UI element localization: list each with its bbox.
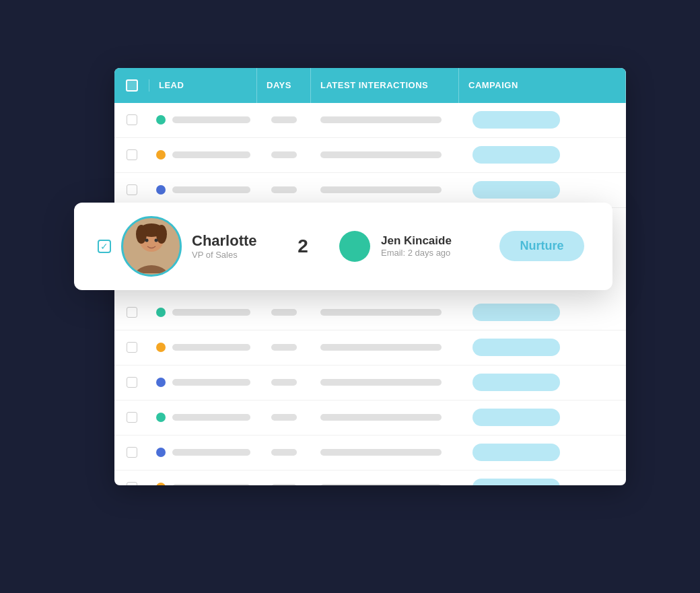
featured-interactions: Jen Kincaide Email: 2 days ago xyxy=(330,231,485,262)
interactions-bar xyxy=(320,449,442,456)
avatar xyxy=(121,216,182,277)
status-dot xyxy=(156,185,166,195)
days-bar xyxy=(271,379,297,386)
status-dot xyxy=(156,483,166,485)
lead-bar xyxy=(172,484,250,485)
lead-bar xyxy=(172,186,250,193)
campaign-pill xyxy=(473,111,560,129)
table-row[interactable] xyxy=(114,365,626,400)
table-row[interactable] xyxy=(114,103,626,138)
status-dot xyxy=(156,343,166,352)
svg-point-4 xyxy=(136,225,147,244)
row-checkbox[interactable] xyxy=(127,307,137,318)
table-row[interactable] xyxy=(114,330,626,365)
featured-campaign: Nurture xyxy=(485,231,599,261)
status-dot xyxy=(156,448,166,457)
row-checkbox[interactable] xyxy=(127,149,137,160)
days-bar xyxy=(271,449,297,456)
table-row[interactable] xyxy=(114,295,626,330)
interactions-bar xyxy=(320,484,442,485)
col-header-campaign: CAMPAIGN xyxy=(459,68,626,103)
col-header-days: DAYS xyxy=(257,68,311,103)
days-bar xyxy=(271,344,297,351)
col-header-interactions: LATEST INTERACTIONS xyxy=(311,68,459,103)
featured-name: Charlotte xyxy=(192,232,266,250)
status-dot xyxy=(156,378,166,387)
row-checkbox[interactable] xyxy=(127,184,137,195)
row-checkbox[interactable] xyxy=(127,447,137,458)
interaction-status-dot xyxy=(339,231,370,262)
campaign-pill xyxy=(473,374,560,391)
campaign-pill xyxy=(473,444,560,461)
svg-point-6 xyxy=(145,238,149,242)
lead-bar xyxy=(172,344,250,351)
table-row[interactable] xyxy=(114,138,626,173)
col-header-lead: LEAD xyxy=(149,68,257,103)
campaign-pill xyxy=(473,479,560,485)
featured-row-card[interactable]: ✓ Charlotte VP of Sales xyxy=(74,203,612,290)
interactions-bar xyxy=(320,151,442,158)
featured-checkbox-cell: ✓ xyxy=(88,240,121,253)
header-checkbox-cell xyxy=(114,79,149,92)
campaign-pill xyxy=(473,304,560,321)
lead-bar xyxy=(172,116,250,123)
lead-bar xyxy=(172,414,250,421)
interaction-sub-text: Email: 2 days ago xyxy=(381,248,452,258)
interaction-person-name: Jen Kincaide xyxy=(381,234,452,248)
lead-bar xyxy=(172,151,250,158)
days-bar xyxy=(271,414,297,421)
row-checkbox[interactable] xyxy=(127,377,137,388)
days-bar xyxy=(271,484,297,485)
campaign-pill xyxy=(473,339,560,356)
featured-lead-info: Charlotte VP of Sales xyxy=(182,232,276,260)
featured-title: VP of Sales xyxy=(192,250,266,260)
svg-point-7 xyxy=(155,238,158,242)
select-all-checkbox[interactable] xyxy=(126,79,138,92)
interaction-info: Jen Kincaide Email: 2 days ago xyxy=(381,234,452,258)
interactions-bar xyxy=(320,309,442,316)
days-bar xyxy=(271,151,297,158)
interactions-bar xyxy=(320,414,442,421)
lead-bar xyxy=(172,449,250,456)
days-bar xyxy=(271,186,297,193)
status-dot xyxy=(156,150,166,160)
table-row[interactable] xyxy=(114,400,626,435)
campaign-tag[interactable]: Nurture xyxy=(499,231,584,261)
interactions-bar xyxy=(320,379,442,386)
days-bar xyxy=(271,309,297,316)
table-header: LEAD DAYS LATEST INTERACTIONS CAMPAIGN xyxy=(114,68,626,103)
status-dot xyxy=(156,413,166,422)
featured-days: 2 xyxy=(276,236,330,257)
campaign-pill xyxy=(473,181,560,199)
row-checkbox[interactable] xyxy=(127,482,137,485)
lead-bar xyxy=(172,379,250,386)
svg-point-5 xyxy=(156,225,167,244)
table-row[interactable] xyxy=(114,435,626,470)
interactions-bar xyxy=(320,116,442,123)
featured-checkbox[interactable]: ✓ xyxy=(98,240,111,253)
interactions-bar xyxy=(320,344,442,351)
row-checkbox[interactable] xyxy=(127,342,137,353)
campaign-pill xyxy=(473,146,560,164)
status-dot xyxy=(156,308,166,317)
row-checkbox[interactable] xyxy=(127,412,137,423)
row-checkbox[interactable] xyxy=(127,114,137,125)
days-bar xyxy=(271,116,297,123)
interactions-bar xyxy=(320,186,442,193)
lead-bar xyxy=(172,309,250,316)
table-row[interactable] xyxy=(114,470,626,485)
campaign-pill xyxy=(473,409,560,426)
status-dot xyxy=(156,115,166,125)
